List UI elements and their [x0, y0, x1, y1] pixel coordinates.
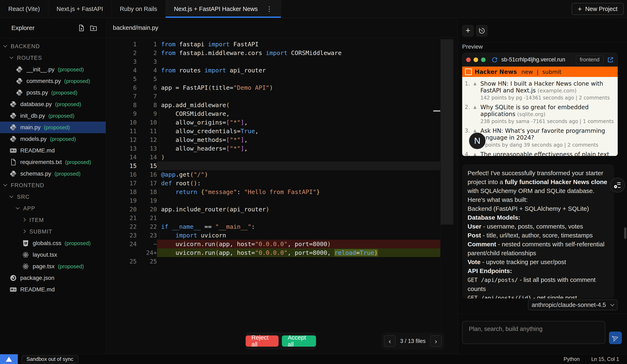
- tree-file-init-py[interactable]: __init__.py(proposed): [0, 64, 106, 75]
- tree-file-main-py[interactable]: main.py(proposed): [0, 122, 106, 133]
- code-line[interactable]: 2121: [106, 214, 440, 222]
- tree-file-posts-py[interactable]: posts.py(proposed): [0, 87, 106, 99]
- chat-scrollbar[interactable]: [624, 227, 627, 239]
- tree-file-readme-md[interactable]: README.md: [0, 284, 106, 295]
- code-line[interactable]: 2525: [106, 257, 440, 266]
- code-line[interactable]: 55: [106, 75, 440, 83]
- code-line[interactable]: 1919: [106, 196, 440, 205]
- hn-story[interactable]: 1.▲Show HN: I built a Hacker News clone …: [465, 80, 615, 101]
- code-line[interactable]: 2020app.include_router(api_router): [106, 205, 440, 214]
- code-line[interactable]: 22from fastapi.middleware.cors import CO…: [106, 49, 440, 57]
- code-line[interactable]: 2323 import uvicorn: [106, 231, 440, 240]
- tree-folder-frontend[interactable]: FRONTEND: [0, 180, 106, 191]
- code-line[interactable]: 66app = FastAPI(title="Demo API"): [106, 83, 440, 92]
- proposed-badge: (proposed): [58, 263, 84, 270]
- reject-all-button[interactable]: Reject all: [246, 335, 279, 347]
- tab-react-vite[interactable]: React (Vite): [0, 0, 48, 18]
- editor-scrollbar[interactable]: [441, 39, 453, 225]
- python-icon: [16, 66, 23, 73]
- code-line[interactable]: 1818 return {"message": "Hello from Fast…: [106, 188, 440, 196]
- hn-story[interactable]: 2.▲Why SQLite is so great for embedded a…: [465, 104, 615, 124]
- story-title[interactable]: Ask HN: What's your favorite programming…: [480, 127, 605, 141]
- upvote-icon[interactable]: ▲: [473, 151, 480, 156]
- code-line[interactable]: 77: [106, 92, 440, 101]
- code-line[interactable]: 1313 allow_headers=["*"],: [106, 144, 440, 153]
- tab-next-js-fastapi-hacker-news[interactable]: Next.js + FastAPI Hacker News⋮: [166, 0, 281, 18]
- tree-file-schemas-py[interactable]: schemas.py(proposed): [0, 168, 106, 180]
- code-text: [157, 75, 440, 83]
- open-external-icon[interactable]: [607, 56, 614, 63]
- code-line[interactable]: 1414): [106, 153, 440, 161]
- tree-folder-item[interactable]: ITEM: [0, 214, 106, 226]
- code-line[interactable]: 24− uvicorn.run(app, host="0.0.0.0", por…: [106, 240, 440, 248]
- tree-folder-routes[interactable]: ROUTES: [0, 52, 106, 64]
- code-line[interactable]: 33: [106, 57, 440, 66]
- code-text: [157, 196, 440, 205]
- cursor-position[interactable]: Ln 15, Col 1: [591, 356, 619, 362]
- language-indicator[interactable]: Python: [564, 356, 580, 362]
- code-line[interactable]: 1212 allow_methods=["*"],: [106, 135, 440, 144]
- tree-file-init-db-py[interactable]: init_db.py(proposed): [0, 110, 106, 122]
- next-file-button[interactable]: ›: [430, 335, 442, 347]
- code-line[interactable]: 88app.add_middleware(: [106, 101, 440, 109]
- upvote-icon[interactable]: ▲: [473, 80, 480, 101]
- new-project-button[interactable]: + New Project: [572, 3, 624, 15]
- code-line[interactable]: 99 CORSMiddleware,: [106, 109, 440, 118]
- tree-file-requirements-txt[interactable]: requirements.txt(proposed): [0, 156, 106, 168]
- code-line[interactable]: 24+ uvicorn.run(app, host="0.0.0.0", por…: [106, 248, 440, 257]
- chat-input[interactable]: [469, 325, 599, 340]
- story-meta: 238 points by sama -7161 seconds ago | 1…: [480, 118, 615, 124]
- hn-nav-new[interactable]: new: [521, 69, 533, 75]
- code-line[interactable]: 11from fastapi import FastAPI: [106, 40, 440, 49]
- tasks-floating-button[interactable]: [610, 178, 625, 193]
- line-number-new: 3: [137, 57, 157, 66]
- tree-file-comments-py[interactable]: comments.py(proposed): [0, 75, 106, 87]
- hn-story[interactable]: 3.▲Ask HN: What's your favorite programm…: [465, 127, 615, 148]
- chat-paragraph: GET /api/posts/ - list all posts with co…: [468, 275, 609, 293]
- code-line[interactable]: 1616@app.get("/"): [106, 170, 440, 179]
- model-selector[interactable]: anthropic/claude-sonnet-4.5: [528, 300, 618, 310]
- upvote-icon[interactable]: ▲: [473, 104, 480, 124]
- story-title[interactable]: The unreasonable effectiveness of plain …: [480, 151, 609, 156]
- accept-all-button[interactable]: Accept all: [282, 335, 316, 347]
- code-line[interactable]: 1515: [106, 161, 440, 170]
- code-lines[interactable]: 11from fastapi import FastAPI22from fast…: [106, 38, 440, 354]
- kebab-menu-icon[interactable]: ⋮: [266, 5, 272, 12]
- tree-folder-submit[interactable]: SUBMIT: [0, 226, 106, 237]
- new-folder-button[interactable]: [88, 22, 100, 34]
- tree-file-layout-tsx[interactable]: layout.tsx: [0, 249, 106, 260]
- tree-folder-src[interactable]: SRC: [0, 191, 106, 203]
- code-line[interactable]: 1010 allow_origins=["*"],: [106, 118, 440, 127]
- code-line[interactable]: 1717def root():: [106, 179, 440, 188]
- send-button[interactable]: [609, 331, 622, 344]
- env-badge[interactable]: frontend: [576, 55, 603, 64]
- tree-file-models-py[interactable]: models.py(proposed): [0, 133, 106, 145]
- code-line[interactable]: 44from routes import api_router: [106, 66, 440, 75]
- tab-next-js-fastapi[interactable]: Next.js + FastAPI: [48, 0, 112, 18]
- hn-nav-submit[interactable]: submit: [542, 69, 562, 75]
- new-file-button[interactable]: [75, 22, 88, 34]
- folder-label: ROUTES: [17, 55, 42, 61]
- tree-file-readme-md[interactable]: README.md: [0, 145, 106, 156]
- tree-file-globals-css[interactable]: globals.css(proposed): [0, 237, 106, 249]
- line-number-old: 7: [106, 92, 137, 101]
- tree-folder-backend[interactable]: BACKEND: [0, 41, 106, 52]
- history-button[interactable]: [476, 25, 488, 37]
- vercel-badge[interactable]: [0, 354, 18, 364]
- sandbox-sync-status[interactable]: Sandbox out of sync: [21, 355, 78, 363]
- code-text: app.add_middleware(: [157, 101, 440, 109]
- code-line[interactable]: 2222if __name__ == "__main__":: [106, 222, 440, 231]
- prev-file-button[interactable]: ‹: [384, 335, 396, 347]
- tree-file-database-py[interactable]: database.py(proposed): [0, 99, 106, 110]
- code-text: allow_origins=["*"],: [157, 118, 440, 127]
- add-tab-button[interactable]: +: [462, 25, 474, 37]
- preview-url[interactable]: sb-51crhlp4ljhg.vercel.run: [501, 56, 565, 63]
- hn-story[interactable]: 4.▲The unreasonable effectiveness of pla…: [465, 151, 615, 156]
- tab-ruby-on-rails[interactable]: Ruby on Rails: [111, 0, 166, 18]
- code-line[interactable]: 1111 allow_credentials=True,: [106, 127, 440, 135]
- markdown-icon: [9, 286, 17, 293]
- tree-file-package-json[interactable]: package.json: [0, 272, 106, 284]
- tree-folder-app[interactable]: APP: [0, 203, 106, 214]
- tree-file-page-tsx[interactable]: page.tsx(proposed): [0, 260, 106, 272]
- refresh-icon[interactable]: [491, 56, 498, 63]
